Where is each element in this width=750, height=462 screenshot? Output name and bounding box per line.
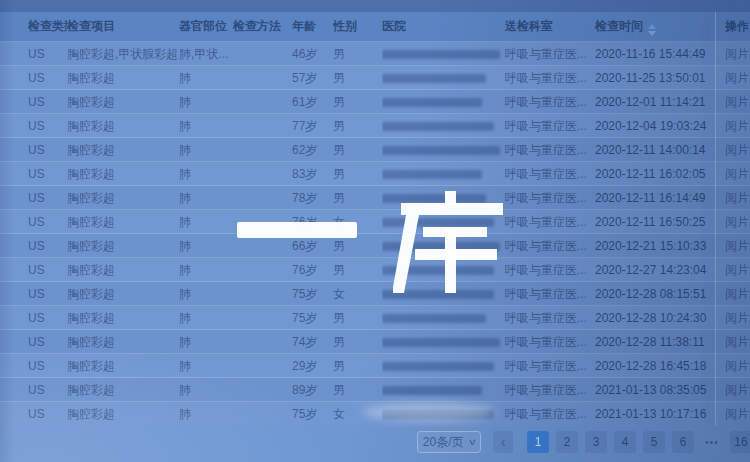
read-film-link[interactable]: 阅片 (725, 335, 749, 349)
cell-exam-type: US (28, 330, 67, 354)
redacted-hospital-name (382, 194, 486, 203)
redacted-hospital-name (382, 242, 500, 251)
cell-organ: 肺 (179, 306, 233, 330)
cell-gender: 男 (333, 306, 382, 330)
cell-gender: 男 (333, 330, 382, 354)
cell-action: 阅片 (725, 42, 750, 66)
cell-exam-type: US (28, 234, 67, 258)
redacted-hospital-name (382, 410, 494, 419)
redacted-hospital-name (382, 338, 500, 347)
page-button-2[interactable]: 2 (556, 431, 578, 453)
cell-gender: 男 (333, 162, 382, 186)
redacted-hospital-name (382, 146, 500, 155)
cell-gender: 男 (333, 90, 382, 114)
read-film-link[interactable]: 阅片 (725, 47, 749, 61)
cell-organ: 肺 (179, 114, 233, 138)
read-film-link[interactable]: 阅片 (725, 383, 749, 397)
cell-action: 阅片 (725, 258, 750, 282)
table-row: US 胸腔彩超 肺 75岁 女 呼吸与重症医... 2020-12-28 08:… (0, 282, 750, 306)
cell-department: 呼吸与重症医... (505, 138, 595, 162)
table-row: US 胸腔彩超 肺 83岁 男 呼吸与重症医... 2020-12-11 16:… (0, 162, 750, 186)
cell-department: 呼吸与重症医... (505, 210, 595, 234)
cell-exam-item: 胸腔彩超 (67, 90, 179, 114)
cell-department: 呼吸与重症医... (505, 66, 595, 90)
page-button-1[interactable]: 1 (527, 431, 549, 453)
cell-age: 77岁 (292, 114, 333, 138)
page-ellipsis[interactable]: ••• (701, 431, 723, 453)
read-film-link[interactable]: 阅片 (725, 239, 749, 253)
cell-exam-time: 2020-12-21 15:10:33 (595, 234, 725, 258)
cell-hospital (382, 306, 505, 330)
cell-organ: 肺 (179, 402, 233, 426)
cell-exam-item: 胸腔彩超 (67, 66, 179, 90)
table-body: US 胸腔彩超,甲状腺彩超 肺,甲状... 46岁 男 呼吸与重症医... 20… (0, 42, 750, 427)
cell-hospital (382, 66, 505, 90)
cell-exam-type: US (28, 354, 67, 378)
read-film-link[interactable]: 阅片 (725, 263, 749, 277)
table-row: US 胸腔彩超 肺 75岁 男 呼吸与重症医... 2020-12-28 10:… (0, 306, 750, 330)
read-film-link[interactable]: 阅片 (725, 407, 749, 421)
header-exam-time-label: 检查时间 (595, 19, 643, 33)
cell-action: 阅片 (725, 330, 750, 354)
cell-exam-time: 2020-12-11 16:14:49 (595, 186, 725, 210)
cell-gender: 男 (333, 354, 382, 378)
cell-organ: 肺 (179, 162, 233, 186)
read-film-link[interactable]: 阅片 (725, 287, 749, 301)
cell-department: 呼吸与重症医... (505, 42, 595, 66)
sort-caret-icon[interactable] (648, 24, 656, 36)
read-film-link[interactable]: 阅片 (725, 359, 749, 373)
cell-age: 76岁 (292, 258, 333, 282)
cell-organ: 肺 (179, 258, 233, 282)
table-row: US 胸腔彩超 肺 61岁 男 呼吸与重症医... 2020-12-01 11:… (0, 90, 750, 114)
cell-hospital (382, 354, 505, 378)
cell-age: 74岁 (292, 330, 333, 354)
read-film-link[interactable]: 阅片 (725, 95, 749, 109)
cell-age: 66岁 (292, 234, 333, 258)
page-button-4[interactable]: 4 (614, 431, 636, 453)
cell-exam-time: 2020-12-28 10:24:30 (595, 306, 725, 330)
cell-age: 75岁 (292, 402, 333, 426)
cell-gender: 男 (333, 42, 382, 66)
cell-exam-type: US (28, 282, 67, 306)
cell-hospital (382, 258, 505, 282)
header-organ: 器官部位 (179, 18, 233, 35)
cell-exam-time: 2021-01-13 10:17:16 (595, 402, 725, 426)
app-screen: 检查类型 检查项目 器官部位 检查方法 年龄 性别 医院 送检科室 检查时间 操… (0, 0, 750, 462)
cell-exam-time: 2021-01-13 08:35:05 (595, 378, 725, 402)
cell-exam-item: 胸腔彩超 (67, 282, 179, 306)
read-film-link[interactable]: 阅片 (725, 311, 749, 325)
page-button-6[interactable]: 6 (672, 431, 694, 453)
cell-exam-type: US (28, 42, 67, 66)
cell-exam-type: US (28, 306, 67, 330)
page-size-select[interactable]: 20条/页 ∨ (417, 431, 481, 453)
cell-age: 61岁 (292, 90, 333, 114)
read-film-link[interactable]: 阅片 (725, 143, 749, 157)
page-button-16[interactable]: 16 (730, 431, 750, 453)
cell-age: 75岁 (292, 282, 333, 306)
read-film-link[interactable]: 阅片 (725, 191, 749, 205)
cell-exam-type: US (28, 66, 67, 90)
fixed-column-divider (715, 12, 716, 426)
cell-organ: 肺,甲状... (179, 42, 233, 66)
read-film-link[interactable]: 阅片 (725, 215, 749, 229)
redacted-hospital-name (382, 50, 500, 59)
read-film-link[interactable]: 阅片 (725, 167, 749, 181)
cell-organ: 肺 (179, 210, 233, 234)
cell-exam-item: 胸腔彩超 (67, 114, 179, 138)
read-film-link[interactable]: 阅片 (725, 119, 749, 133)
cell-action: 阅片 (725, 162, 750, 186)
redacted-hospital-name (382, 266, 494, 275)
cell-action: 阅片 (725, 66, 750, 90)
page-button-5[interactable]: 5 (643, 431, 665, 453)
cell-hospital (382, 90, 505, 114)
header-exam-time[interactable]: 检查时间 (595, 18, 725, 36)
cell-department: 呼吸与重症医... (505, 402, 595, 426)
cell-age: 89岁 (292, 378, 333, 402)
cell-gender: 男 (333, 114, 382, 138)
cell-exam-type: US (28, 378, 67, 402)
read-film-link[interactable]: 阅片 (725, 71, 749, 85)
prev-page-button[interactable]: ‹ (493, 431, 513, 453)
cell-exam-type: US (28, 186, 67, 210)
page-button-3[interactable]: 3 (585, 431, 607, 453)
cell-age: 62岁 (292, 138, 333, 162)
